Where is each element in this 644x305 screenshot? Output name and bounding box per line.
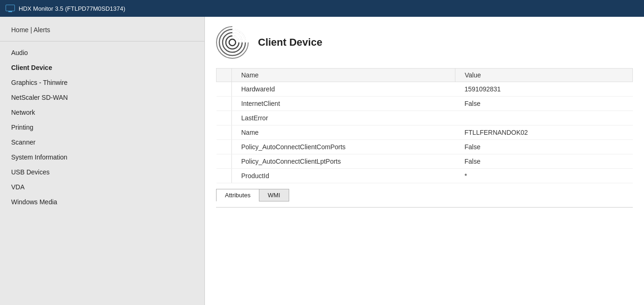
table-cell-rownum bbox=[217, 82, 232, 97]
table-row: InternetClientFalse bbox=[217, 97, 633, 111]
sidebar-item-netscaler-sdwan[interactable]: NetScaler SD-WAN bbox=[0, 90, 204, 105]
table-row: NameFTLLFERNANDOK02 bbox=[217, 125, 633, 140]
table-row: Policy_AutoConnectClientComPortsFalse bbox=[217, 140, 633, 154]
table-cell-rownum bbox=[217, 140, 232, 154]
table-cell-value: 1591092831 bbox=[455, 82, 633, 97]
sidebar-item-printing[interactable]: Printing bbox=[0, 120, 204, 135]
sidebar-item-network[interactable]: Network bbox=[0, 105, 204, 120]
col-header-value: Value bbox=[455, 69, 633, 82]
table-row: Policy_AutoConnectClientLptPortsFalse bbox=[217, 154, 633, 169]
title-bar: HDX Monitor 3.5 (FTLPD77M0SD1374) bbox=[0, 0, 644, 17]
table-row: ProductId* bbox=[217, 169, 633, 183]
app-icon bbox=[6, 4, 15, 13]
table-cell-rownum bbox=[217, 111, 232, 125]
table-cell-value: False bbox=[455, 154, 633, 169]
tab-attributes[interactable]: Attributes bbox=[216, 189, 259, 201]
sidebar-items-container: AudioClient DeviceGraphics - ThinwireNet… bbox=[0, 45, 204, 209]
table-cell-value: False bbox=[455, 97, 633, 111]
sidebar-item-audio[interactable]: Audio bbox=[0, 45, 204, 60]
table-cell-rownum bbox=[217, 97, 232, 111]
svg-point-7 bbox=[229, 39, 236, 46]
table-cell-name: HardwareId bbox=[232, 82, 455, 97]
table-cell-value: FTLLFERNANDOK02 bbox=[455, 125, 633, 140]
separator-line bbox=[216, 207, 633, 208]
sidebar-item-vda[interactable]: VDA bbox=[0, 180, 204, 194]
table-cell-rownum bbox=[217, 169, 232, 183]
table-cell-value: * bbox=[455, 169, 633, 183]
col-header-rownum bbox=[217, 69, 232, 82]
sidebar-home[interactable]: Home | Alerts bbox=[0, 17, 204, 41]
main-layout: Home | Alerts AudioClient DeviceGraphics… bbox=[0, 17, 644, 305]
content-area: Client Device Name Value HardwareId15910… bbox=[205, 17, 644, 305]
sidebar-item-graphics-thinwire[interactable]: Graphics - Thinwire bbox=[0, 75, 204, 90]
table-cell-name: ProductId bbox=[232, 169, 455, 183]
table-body: HardwareId1591092831InternetClientFalseL… bbox=[217, 82, 633, 183]
sidebar-item-usb-devices[interactable]: USB Devices bbox=[0, 165, 204, 180]
sidebar: Home | Alerts AudioClient DeviceGraphics… bbox=[0, 17, 205, 305]
svg-rect-2 bbox=[8, 11, 12, 12]
table-row: LastError bbox=[217, 111, 633, 125]
table-header-row: Name Value bbox=[217, 69, 633, 82]
sidebar-item-scanner[interactable]: Scanner bbox=[0, 135, 204, 150]
table-cell-rownum bbox=[217, 154, 232, 169]
col-header-name: Name bbox=[232, 69, 455, 82]
page-header: Client Device bbox=[216, 26, 633, 59]
table-cell-value: False bbox=[455, 140, 633, 154]
data-table: Name Value HardwareId1591092831InternetC… bbox=[216, 68, 633, 183]
table-cell-name: LastError bbox=[232, 111, 455, 125]
svg-rect-1 bbox=[6, 5, 14, 11]
sidebar-divider bbox=[0, 41, 204, 42]
sidebar-item-system-information[interactable]: System Information bbox=[0, 150, 204, 165]
client-device-icon bbox=[216, 26, 249, 59]
table-cell-name: Name bbox=[232, 125, 455, 140]
table-cell-rownum bbox=[217, 125, 232, 140]
table-cell-name: Policy_AutoConnectClientLptPorts bbox=[232, 154, 455, 169]
page-title: Client Device bbox=[258, 36, 322, 49]
table-cell-name: Policy_AutoConnectClientComPorts bbox=[232, 140, 455, 154]
tab-wmi[interactable]: WMI bbox=[259, 189, 289, 201]
table-row: HardwareId1591092831 bbox=[217, 82, 633, 97]
table-cell-value bbox=[455, 111, 633, 125]
title-bar-text: HDX Monitor 3.5 (FTLPD77M0SD1374) bbox=[19, 5, 125, 12]
sidebar-item-client-device[interactable]: Client Device bbox=[0, 60, 204, 75]
table-cell-name: InternetClient bbox=[232, 97, 455, 111]
tabs-row: AttributesWMI bbox=[216, 189, 633, 201]
sidebar-item-windows-media[interactable]: Windows Media bbox=[0, 194, 204, 209]
